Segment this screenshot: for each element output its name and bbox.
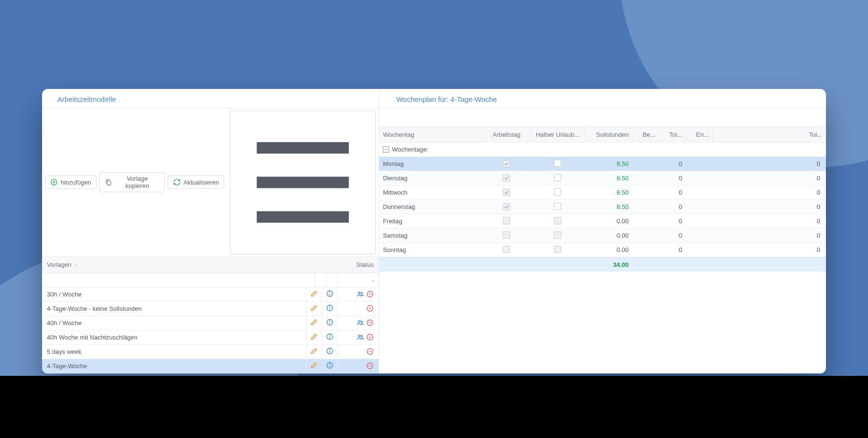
halfvac-checkbox[interactable] — [554, 188, 561, 196]
col-header-wochentag[interactable]: Wochentag — [379, 128, 482, 141]
table-row[interactable]: 40h / Woche — [42, 316, 379, 330]
be-value — [632, 204, 659, 210]
edit-icon[interactable] — [310, 318, 318, 326]
workday-checkbox[interactable] — [503, 246, 510, 253]
edit-icon[interactable] — [310, 290, 318, 297]
remove-icon[interactable] — [366, 362, 374, 370]
svg-point-9 — [330, 292, 330, 293]
col-header-arbeitstag[interactable]: Arbeitstag — [482, 128, 530, 141]
filter-status[interactable]: ⌵ — [337, 273, 379, 287]
halfvac-checkbox[interactable] — [554, 203, 561, 210]
table-row[interactable]: Samstag0.0000 — [379, 229, 826, 243]
col-header-be[interactable]: Be... — [632, 128, 659, 141]
workday-checkbox[interactable] — [503, 160, 510, 167]
users-icon[interactable] — [357, 319, 364, 327]
collapse-icon[interactable]: − — [383, 146, 389, 153]
template-name: 40h Woche mit Nachtzuschlägen — [42, 331, 306, 344]
day-name: Freitag — [379, 215, 482, 228]
remove-icon[interactable] — [366, 305, 374, 312]
plus-circle-icon — [50, 178, 58, 186]
col-header-tol1[interactable]: Tol... — [659, 128, 686, 141]
template-name: 4-Tage-Woche - keine Sollstunden — [42, 302, 306, 315]
be-value — [632, 175, 659, 181]
table-row[interactable]: Donnerstag8.5000 — [379, 200, 826, 214]
remove-icon[interactable] — [366, 319, 374, 327]
halfvac-checkbox[interactable] — [554, 231, 561, 239]
sort-asc-icon: ↑ — [75, 262, 78, 268]
workday-checkbox[interactable] — [503, 203, 510, 210]
grid-menu-button[interactable] — [230, 110, 376, 254]
table-row[interactable]: 5 days week — [42, 345, 379, 359]
table-row[interactable]: 40h Woche mit Nachtzuschlägen — [42, 330, 379, 345]
filter-vorlagen[interactable] — [42, 273, 315, 287]
col-header-halber-urlaub[interactable]: Halber Urlaub... — [530, 128, 585, 141]
svg-point-23 — [361, 321, 362, 323]
col-header-status[interactable]: Status — [337, 258, 379, 271]
halfvac-checkbox[interactable] — [554, 246, 561, 253]
info-icon[interactable] — [326, 290, 334, 297]
svg-point-10 — [358, 292, 360, 294]
workday-checkbox[interactable] — [503, 217, 510, 224]
day-name: Sonntag — [379, 243, 482, 256]
workday-checkbox[interactable] — [503, 231, 510, 239]
table-row[interactable]: 4-Tage-Woche - keine Sollstunden — [42, 302, 379, 316]
day-name: Samstag — [379, 229, 482, 242]
svg-point-16 — [330, 307, 330, 307]
svg-point-40 — [330, 364, 330, 364]
edit-icon[interactable] — [310, 347, 318, 355]
col-header-en[interactable]: En... — [686, 128, 713, 141]
template-name: 40h / Woche — [42, 317, 306, 329]
be-value — [632, 219, 659, 224]
tol2-value: 0 — [713, 157, 826, 170]
info-icon[interactable] — [326, 361, 334, 369]
col-header-vorlagen[interactable]: Vorlagen ↑ — [42, 258, 315, 271]
col-header-status-label: Status — [356, 261, 374, 268]
info-icon[interactable] — [326, 347, 334, 355]
copy-template-button[interactable]: Vorlage kopieren — [99, 172, 165, 192]
info-icon[interactable] — [326, 333, 334, 340]
remove-icon[interactable] — [366, 348, 374, 355]
workday-checkbox[interactable] — [503, 175, 510, 182]
table-row[interactable]: Dienstag8.5000 — [379, 171, 826, 186]
info-icon[interactable] — [326, 318, 334, 326]
col-header-tol2[interactable]: Tol... — [713, 128, 826, 141]
halfvac-checkbox[interactable] — [554, 217, 561, 224]
refresh-button[interactable]: Aktualisieren — [168, 175, 224, 189]
be-value — [632, 161, 659, 167]
col-header-sollstunden[interactable]: Sollstunden — [585, 128, 632, 141]
col-header-edit — [315, 262, 326, 267]
info-icon[interactable] — [326, 304, 334, 312]
main-card: Arbeitszeitmodelle hinzufügen Vorlage ko… — [42, 89, 826, 373]
en-value — [686, 190, 713, 196]
panel-wochenplan: Wochenplan für: 4-Tage-Woche Wochentag A… — [379, 89, 826, 373]
table-row[interactable]: Sonntag0.0000 — [379, 243, 826, 257]
halfvac-checkbox[interactable] — [554, 174, 561, 181]
sollstunden-value: 8.50 — [585, 172, 632, 185]
halfvac-checkbox[interactable] — [554, 160, 561, 167]
right-grid-header: Wochentag Arbeitstag Halber Urlaub... So… — [379, 126, 826, 142]
table-row[interactable]: Mittwoch8.5000 — [379, 186, 826, 200]
edit-icon[interactable] — [310, 304, 318, 312]
table-row[interactable]: 30h / Woche — [42, 287, 379, 302]
en-value — [686, 161, 713, 167]
edit-icon[interactable] — [310, 333, 318, 340]
users-icon[interactable] — [357, 290, 364, 298]
right-grid-body: Montag8.5000Dienstag8.5000Mittwoch8.5000… — [379, 157, 826, 257]
users-icon[interactable] — [357, 333, 364, 341]
table-row[interactable]: Montag8.5000 — [379, 157, 826, 171]
day-name: Donnerstag — [379, 200, 482, 213]
table-row[interactable]: 4-Tage-Woche — [42, 359, 379, 373]
edit-icon[interactable] — [310, 361, 318, 369]
workday-checkbox[interactable] — [503, 189, 510, 196]
en-value — [686, 175, 713, 181]
table-row[interactable]: Freitag0.0000 — [379, 214, 826, 229]
be-value — [632, 190, 659, 196]
col-header-info — [326, 262, 337, 267]
day-name: Mittwoch — [379, 186, 482, 199]
add-button[interactable]: hinzufügen — [45, 175, 97, 189]
group-row-wochentage[interactable]: − Wochentage: — [379, 142, 826, 157]
svg-rect-3 — [107, 181, 110, 186]
remove-icon[interactable] — [366, 333, 374, 341]
tol1-value: 0 — [659, 229, 686, 242]
remove-icon[interactable] — [366, 290, 374, 298]
